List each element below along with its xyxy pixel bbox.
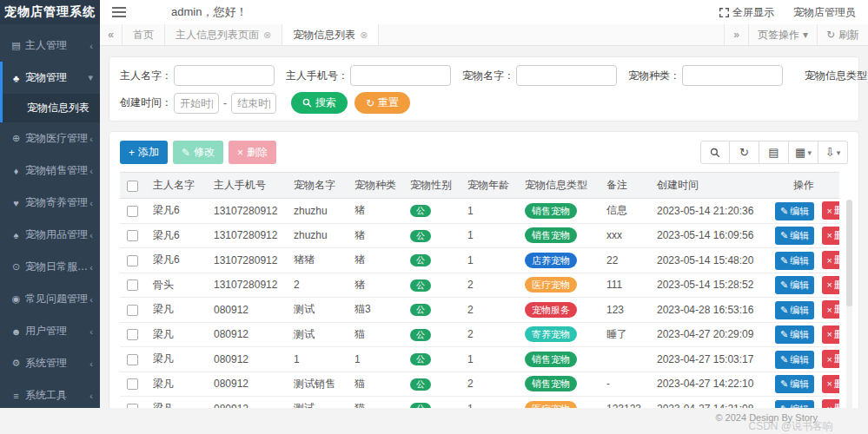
table-search-button[interactable]	[700, 141, 730, 164]
row-delete-button[interactable]: ×删除	[822, 276, 839, 294]
table-scrollbar[interactable]	[846, 200, 852, 408]
search-field-input[interactable]	[682, 65, 783, 86]
gender-cell: 公	[403, 322, 461, 347]
owner-cell: 梁凡6	[146, 248, 207, 273]
column-header[interactable]: 宠物信息类型	[518, 173, 600, 199]
gender-badge: 公	[410, 279, 431, 292]
search-panel: 主人名字： 主人手机号： 宠物名字：	[109, 56, 859, 122]
add-button[interactable]: +添加	[120, 141, 168, 164]
column-header[interactable]: 宠物性别	[403, 173, 461, 199]
tab[interactable]: 主人信息列表页面 ⊗	[165, 24, 282, 45]
row-delete-button[interactable]: ×删除	[822, 251, 839, 269]
table-row: 梁凡 080912 1 1 公 1 销售宠物 2023-04-27 15:03:…	[120, 347, 839, 372]
close-tab-icon[interactable]: ⊗	[360, 30, 368, 41]
chevron-icon: ‹	[89, 391, 93, 401]
pet-name-cell: 1	[287, 347, 348, 372]
column-header[interactable]: 宠物年龄	[461, 173, 518, 199]
sidebar-item[interactable]: ⊕ 宠物医疗管理 ‹	[0, 122, 100, 155]
pet-name-cell: 测试	[287, 397, 348, 409]
row-delete-button[interactable]: ×删除	[822, 350, 839, 368]
created-cell: 2023-05-14 21:20:36	[650, 199, 768, 224]
close-icon: ×	[827, 206, 832, 216]
tab[interactable]: 宠物信息列表 ⊗	[282, 24, 379, 45]
gender-cell: 公	[403, 347, 461, 372]
column-header[interactable]: 宠物名字	[287, 173, 348, 199]
row-edit-button[interactable]: ✎编辑	[775, 375, 814, 393]
edit-button[interactable]: ✎修改	[173, 141, 223, 164]
sidebar-item[interactable]: ♥ 宠物寄养管理 ‹	[0, 187, 100, 219]
row-checkbox[interactable]	[127, 206, 138, 217]
refresh-tab-button[interactable]: ↻ 刷新	[817, 24, 868, 45]
sidebar-item[interactable]: ◉ 常见问题管理 ‹	[0, 283, 100, 315]
role-menu[interactable]: 宠物店管理员	[793, 5, 856, 20]
columns-icon: ▦	[795, 146, 805, 159]
column-header[interactable]: 主人手机号	[207, 173, 287, 199]
search-field-input[interactable]	[174, 65, 275, 86]
sidebar-item[interactable]: ≡ 系统工具 ‹	[0, 379, 100, 408]
close-tab-icon[interactable]: ⊗	[263, 30, 271, 41]
row-delete-button[interactable]: ×删除	[822, 326, 839, 344]
date-end-input[interactable]	[231, 93, 276, 114]
row-checkbox[interactable]	[127, 378, 138, 390]
row-checkbox[interactable]	[127, 279, 138, 291]
reset-button[interactable]: ↻ 重置	[354, 92, 410, 114]
row-delete-button[interactable]: ×删除	[822, 399, 839, 408]
search-field-input[interactable]	[516, 65, 617, 86]
row-edit-button[interactable]: ✎编辑	[775, 351, 814, 369]
table-body: 梁凡6 13107280912 zhuzhu 猪 公 1 销售宠物 信息 202…	[120, 199, 839, 409]
select-all-checkbox[interactable]	[127, 181, 138, 192]
delete-button[interactable]: ×删除	[229, 141, 276, 164]
column-header[interactable]: 创建时间	[650, 173, 768, 199]
sidebar-item[interactable]: ♦ 宠物销售管理 ‹	[0, 155, 100, 187]
tab-operations-dropdown[interactable]: 页签操作 ▾	[748, 24, 817, 45]
row-checkbox[interactable]	[127, 354, 138, 365]
sidebar-item[interactable]: ♣ 宠物管理 ▾	[0, 62, 100, 94]
column-header[interactable]: 备注	[600, 173, 650, 199]
pets-table: 主人名字 主人手机号 宠物名字 宠物种类 宠物性别 宠物年龄 宠物信息类型 备注…	[120, 172, 839, 408]
column-header[interactable]: 宠物种类	[348, 173, 403, 199]
toggle-view-button[interactable]: ▤	[759, 141, 789, 164]
actions-cell: ✎编辑 ×删除	[768, 298, 839, 323]
row-checkbox[interactable]	[127, 305, 138, 316]
tabs-scroll-right-icon[interactable]: »	[724, 24, 748, 45]
sidebar-item[interactable]: ⚙ 系统管理 ‹	[0, 347, 100, 379]
remark-cell: 信息	[600, 199, 650, 224]
tab-controls: » 页签操作 ▾ ↻ 刷新	[724, 24, 868, 45]
row-delete-button[interactable]: ×删除	[822, 201, 839, 220]
row-delete-button[interactable]: ×删除	[822, 375, 839, 393]
row-edit-button[interactable]: ✎编辑	[775, 326, 814, 344]
table-refresh-button[interactable]: ↻	[730, 141, 759, 164]
columns-button[interactable]: ▦▾	[789, 141, 818, 164]
type-badge: 销售宠物	[525, 376, 577, 391]
row-edit-button[interactable]: ✎编辑	[775, 252, 814, 270]
search-field-input[interactable]	[350, 65, 451, 86]
search-button[interactable]: 搜索	[291, 92, 348, 114]
date-start-input[interactable]	[174, 93, 219, 114]
fullscreen-button[interactable]: 全屏显示	[719, 5, 774, 20]
row-checkbox-cell	[120, 347, 146, 372]
sidebar-item[interactable]: ☻ 用户管理 ‹	[0, 315, 100, 347]
sidebar-item[interactable]: ♠ 宠物用品管理 ‹	[0, 219, 100, 251]
column-header[interactable]: 主人名字	[146, 173, 207, 199]
row-edit-button[interactable]: ✎编辑	[775, 202, 814, 220]
row-edit-button[interactable]: ✎编辑	[775, 227, 814, 245]
tab[interactable]: 首页 ⊗	[123, 24, 165, 45]
scrollbar-thumb[interactable]	[846, 200, 852, 306]
hamburger-menu-icon[interactable]	[112, 7, 126, 17]
row-edit-button[interactable]: ✎编辑	[775, 400, 814, 409]
sidebar-item[interactable]: 宠物信息列表	[0, 94, 100, 122]
gender-cell: 公	[403, 273, 461, 298]
tabs-scroll-left-icon[interactable]: «	[100, 24, 123, 45]
sidebar-item[interactable]: ▤ 主人管理 ‹	[0, 30, 100, 62]
row-delete-button[interactable]: ×删除	[822, 227, 839, 245]
row-edit-button[interactable]: ✎编辑	[775, 301, 814, 319]
row-checkbox[interactable]	[127, 329, 138, 340]
row-checkbox[interactable]	[127, 255, 138, 266]
row-delete-button[interactable]: ×删除	[822, 300, 839, 319]
pet-name-cell: 2	[287, 273, 348, 298]
fullscreen-icon	[719, 8, 729, 17]
row-checkbox[interactable]	[127, 230, 138, 241]
row-edit-button[interactable]: ✎编辑	[775, 276, 814, 294]
export-button[interactable]: ⇩▾	[818, 141, 848, 164]
sidebar-item[interactable]: ⊙ 宠物日常服务管理 ‹	[0, 251, 100, 283]
